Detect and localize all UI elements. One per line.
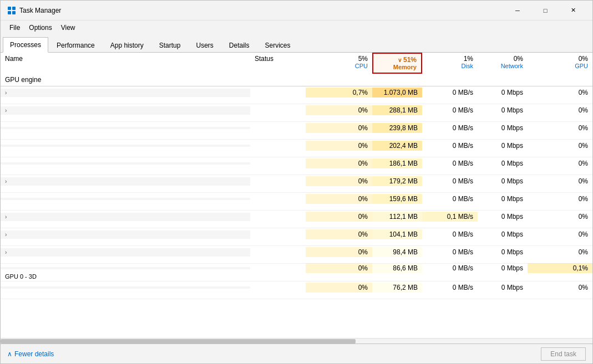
process-network-cell: 0 Mbps (478, 194, 528, 204)
process-disk-cell: 0 MB/s (422, 123, 478, 133)
process-gpu-cell: 0% (528, 229, 592, 239)
process-cpu-cell: 0% (306, 263, 372, 273)
tab-startup[interactable]: Startup (152, 38, 188, 53)
process-status-cell (250, 145, 306, 147)
tab-bar: Processes Performance App history Startu… (1, 35, 592, 53)
process-network-cell: 0 Mbps (478, 247, 528, 257)
menu-file[interactable]: File (5, 23, 24, 33)
table-row[interactable]: 0%202,4 MB0 MB/s0 Mbps0% (1, 140, 592, 157)
process-network-cell: 0 Mbps (478, 105, 528, 115)
menu-view[interactable]: View (57, 23, 80, 33)
maximize-button[interactable]: □ (533, 2, 558, 19)
table-row[interactable]: ›0%288,1 MB0 MB/s0 Mbps0% (1, 104, 592, 122)
col-memory[interactable]: ∨ 51% Memory (372, 53, 422, 74)
process-status-cell (250, 180, 306, 182)
process-network-cell: 0 Mbps (478, 158, 528, 168)
process-memory-cell: 288,1 MB (372, 105, 422, 115)
process-gpu-cell: 0% (528, 247, 592, 257)
close-button[interactable]: ✕ (560, 2, 586, 19)
svg-rect-3 (12, 11, 16, 14)
tab-services[interactable]: Services (258, 38, 298, 53)
process-gpu-engine-cell (1, 153, 250, 156)
process-network-cell: 0 Mbps (478, 229, 528, 239)
process-status-cell (250, 233, 306, 235)
process-gpu-engine-cell (1, 136, 250, 138)
table-row[interactable]: 0%239,8 MB0 MB/s0 Mbps0% (1, 122, 592, 140)
title-bar: Task Manager ─ □ ✕ (1, 1, 592, 20)
process-disk-cell: 0 MB/s (422, 158, 478, 168)
process-disk-cell: 0 MB/s (422, 283, 478, 293)
col-gpu-engine[interactable]: GPU engine (1, 74, 250, 86)
expand-icon[interactable]: › (5, 90, 7, 96)
minimize-button[interactable]: ─ (505, 2, 530, 19)
process-cpu-cell: 0% (306, 229, 372, 239)
expand-icon[interactable]: › (5, 232, 7, 238)
table-row[interactable]: ›0%104,1 MB0 MB/s0 Mbps0% (1, 228, 592, 246)
col-network[interactable]: 0% Network (478, 53, 528, 74)
process-memory-cell: 202,4 MB (372, 141, 422, 151)
expand-icon[interactable]: › (5, 249, 7, 255)
tab-users[interactable]: Users (189, 38, 220, 53)
process-cpu-cell: 0% (306, 123, 372, 133)
process-cpu-cell: 0% (306, 176, 372, 186)
process-status-cell (250, 91, 306, 94)
process-memory-cell: 239,8 MB (372, 123, 422, 133)
table-row[interactable]: 0%186,1 MB0 MB/s0 Mbps0% (1, 157, 592, 175)
horizontal-scrollbar[interactable] (1, 338, 592, 344)
svg-rect-0 (8, 7, 11, 10)
process-network-cell: 0 Mbps (478, 212, 528, 222)
end-task-button[interactable]: End task (541, 347, 586, 361)
window-title: Task Manager (19, 7, 61, 14)
process-memory-cell: 159,6 MB (372, 194, 422, 204)
col-status[interactable]: Status (250, 53, 306, 74)
process-network-cell: 0 Mbps (478, 123, 528, 133)
col-name[interactable]: Name (1, 53, 250, 74)
table-row[interactable]: ›0%112,1 MB0,1 MB/s0 Mbps0% (1, 211, 592, 228)
process-gpu-cell: 0% (528, 88, 592, 98)
process-disk-cell: 0 MB/s (422, 263, 478, 273)
table-row[interactable]: ›0%179,2 MB0 MB/s0 Mbps0% (1, 175, 592, 193)
menu-options[interactable]: Options (24, 23, 56, 33)
col-gpu[interactable]: 0% GPU (528, 53, 592, 74)
fewer-details-button[interactable]: ∧ Fewer details (7, 350, 54, 358)
process-disk-cell: 0 MB/s (422, 88, 478, 98)
sort-arrow: ∨ (398, 57, 402, 63)
bottom-bar: ∧ Fewer details End task (1, 344, 592, 363)
col-cpu[interactable]: 5% CPU (306, 53, 372, 74)
process-network-cell: 0 Mbps (478, 283, 528, 293)
menu-bar: File Options View (1, 20, 592, 35)
process-gpu-cell: 0% (528, 283, 592, 293)
process-name-cell (1, 286, 250, 289)
process-network-cell: 0 Mbps (478, 88, 528, 98)
process-status-cell (250, 127, 306, 129)
table-row[interactable]: 0%86,6 MB0 MB/s0 Mbps0,1%GPU 0 - 3D (1, 264, 592, 281)
table-row[interactable]: ›0,7%1.073,0 MB0 MB/s0 Mbps0% (1, 86, 592, 104)
col-disk[interactable]: 1% Disk (422, 53, 478, 74)
table-row[interactable]: 0%159,6 MB0 MB/s0 Mbps0% (1, 193, 592, 211)
expand-icon[interactable]: › (5, 178, 7, 184)
expand-icon[interactable]: › (5, 107, 7, 114)
process-status-cell (250, 198, 306, 200)
process-cpu-cell: 0% (306, 194, 372, 204)
tab-details[interactable]: Details (222, 38, 257, 53)
process-disk-cell: 0,1 MB/s (422, 212, 478, 222)
process-gpu-cell: 0% (528, 176, 592, 186)
tab-performance[interactable]: Performance (49, 38, 102, 53)
table-row[interactable]: ›0%98,4 MB0 MB/s0 Mbps0% (1, 246, 592, 264)
task-manager-icon (7, 6, 16, 15)
process-disk-cell: 0 MB/s (422, 247, 478, 257)
h-scroll-thumb[interactable] (1, 339, 356, 344)
expand-icon[interactable]: › (5, 214, 7, 220)
process-cpu-cell: 0% (306, 158, 372, 168)
process-gpu-cell: 0% (528, 123, 592, 133)
table-body: ›0,7%1.073,0 MB0 MB/s0 Mbps0%›0%288,1 MB… (1, 86, 592, 338)
table-row[interactable]: 0%76,2 MB0 MB/s0 Mbps0% (1, 281, 592, 299)
process-name-cell: › (1, 106, 250, 115)
process-cpu-cell: 0% (306, 212, 372, 222)
process-memory-cell: 179,2 MB (372, 176, 422, 186)
process-memory-cell: 186,1 MB (372, 158, 422, 168)
process-name-cell: › (1, 89, 250, 97)
tab-app-history[interactable]: App history (103, 38, 151, 53)
process-disk-cell: 0 MB/s (422, 105, 478, 115)
tab-processes[interactable]: Processes (3, 37, 48, 53)
